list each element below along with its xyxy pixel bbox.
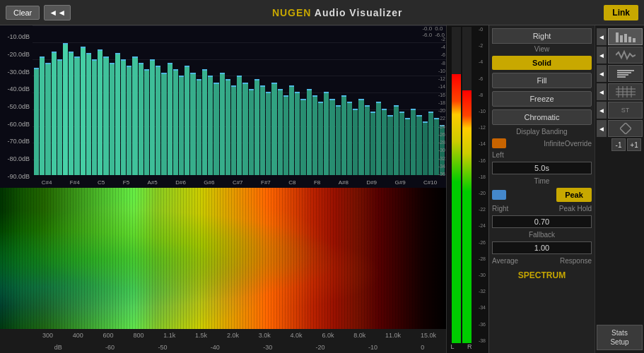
spectrum-bar: [278, 90, 283, 175]
back-button[interactable]: ◄◄: [44, 5, 71, 20]
app-title: NUGEN Audio Visualizer: [71, 7, 604, 18]
mode-arrow-1[interactable]: ◄: [597, 28, 607, 45]
note-labels: C#4F#4C5F5A#5D#6G#6C#7F#7C8F8A#8D#9G#9C#…: [33, 176, 446, 188]
stereo-icon: ST: [621, 107, 630, 114]
view-section: Right View: [492, 28, 592, 53]
clear-button[interactable]: Clear: [6, 6, 40, 20]
right-scale-label: -8: [441, 61, 445, 66]
freq-label: 3.0k: [259, 332, 271, 339]
mode-arrow-3[interactable]: ◄: [597, 65, 607, 82]
infinite-override-labels: Infinite Override: [544, 140, 592, 148]
db-bottom-labels: dB-60-50-40-30-20-100: [33, 344, 446, 351]
plus-one-button[interactable]: +1: [627, 138, 641, 151]
spectrum-bar: [231, 87, 236, 175]
spectrum-bar: [115, 54, 120, 175]
right-scale-label: -12: [438, 76, 445, 81]
vu-scale-label: -32: [479, 289, 486, 294]
vu-scale-label: -38: [479, 338, 486, 343]
right-scale-label: -36: [438, 172, 445, 176]
mode-arrow-4[interactable]: ◄: [597, 83, 607, 100]
note-label: C8: [288, 179, 295, 186]
diamond-icon: [620, 123, 631, 134]
left-color-swatch: [492, 138, 506, 148]
spectrogram: [0, 188, 446, 329]
db-bottom-label: -10: [368, 344, 377, 351]
chromatic-button[interactable]: Chromatic: [492, 109, 592, 125]
response-input[interactable]: [492, 241, 592, 254]
spectrum-bar: [295, 93, 300, 175]
spectrum-bar: [139, 64, 144, 175]
fill-button[interactable]: Fill: [492, 73, 592, 88]
db-label: -70.0dB: [0, 138, 33, 145]
stats-label: StatsSetup: [610, 329, 628, 346]
vu-scale-label: -30: [479, 273, 486, 277]
spectrum-bar: [271, 84, 276, 175]
right-scale-label: -30: [438, 148, 445, 152]
right-scale-label: -20: [438, 108, 445, 113]
stats-setup-button[interactable]: StatsSetup: [597, 325, 643, 350]
spectrum-bar: [168, 64, 172, 175]
spectrum-bar: [300, 100, 305, 175]
spectrum-bar: [121, 61, 126, 175]
freeze-button[interactable]: Freeze: [492, 91, 592, 107]
spectrum-bar: [127, 67, 131, 175]
mode-btn-diamond[interactable]: [608, 120, 643, 137]
note-label: A#8: [339, 179, 349, 186]
vu-scale-label: -24: [479, 223, 486, 228]
spectrum-bar: [92, 61, 97, 175]
fallback-label: Fallback: [492, 231, 592, 239]
db-label: -50.0dB: [0, 103, 33, 110]
right-scale-label: -22: [438, 116, 445, 121]
mode-arrow-2[interactable]: ◄: [597, 47, 607, 64]
vu-scale-label: -2: [479, 43, 486, 48]
mode-btn-line[interactable]: [608, 65, 643, 82]
note-label: C#4: [42, 179, 52, 186]
vu-scale-label: -26: [479, 240, 486, 245]
spectrum-bar: [34, 69, 39, 175]
spectrum-bar: [307, 90, 312, 175]
db-label: -10.0dB: [0, 33, 33, 40]
view-button[interactable]: Right: [492, 28, 592, 44]
vu-scale-label: -36: [479, 322, 486, 327]
mode-btn-wave[interactable]: [608, 47, 643, 64]
wave-icon: [616, 49, 636, 61]
vu-scale-labels: -0-2-4-6-8-10-12-14-16-18-20-22-24-26-28…: [479, 27, 486, 343]
mode-btn-bars[interactable]: [608, 28, 643, 45]
time-input[interactable]: [492, 162, 592, 174]
spectrum-bar: [347, 103, 352, 175]
minus-one-button[interactable]: -1: [611, 138, 626, 151]
mode-arrow-5[interactable]: ◄: [597, 102, 607, 119]
vu-scale-label: -4: [479, 59, 486, 64]
note-label: A#5: [148, 179, 158, 186]
mode-arrow-6[interactable]: ◄: [597, 120, 607, 137]
note-label: F#4: [70, 179, 80, 186]
svg-rect-1: [620, 35, 623, 42]
mode-btn-grid[interactable]: [608, 83, 643, 100]
db-label: -60.0dB: [0, 121, 33, 128]
response-label: Response: [560, 257, 592, 265]
spectrum-bar: [144, 71, 149, 175]
mode-row-4: ◄: [597, 83, 643, 100]
svg-rect-2: [624, 34, 627, 42]
solid-button[interactable]: Solid: [492, 56, 592, 70]
spectrum-bar: [358, 100, 363, 175]
spectrum-bar: [399, 113, 404, 175]
note-label: F#7: [261, 179, 271, 186]
db-bottom-label: -20: [316, 344, 325, 351]
spectrum-bar: [81, 48, 86, 175]
right-scale-label: -18: [438, 100, 445, 105]
db-bottom-row: dB-60-50-40-30-20-100: [0, 342, 446, 353]
vu-scale-label: -34: [479, 305, 486, 310]
peak-button[interactable]: Peak: [556, 188, 592, 202]
mode-btn-stereo[interactable]: ST: [608, 102, 643, 119]
fallback-input[interactable]: [492, 215, 592, 228]
vu-bar-right: [462, 27, 472, 343]
spectrum-bar: [197, 80, 201, 175]
spectrum-bar: [226, 80, 230, 175]
left-label: Left: [492, 151, 504, 159]
freq-label: 8.0k: [353, 332, 365, 339]
right-scale-label: -26: [438, 132, 445, 137]
note-label: C#7: [233, 179, 243, 186]
link-button[interactable]: Link: [604, 5, 638, 20]
freq-label: 400: [73, 332, 83, 339]
